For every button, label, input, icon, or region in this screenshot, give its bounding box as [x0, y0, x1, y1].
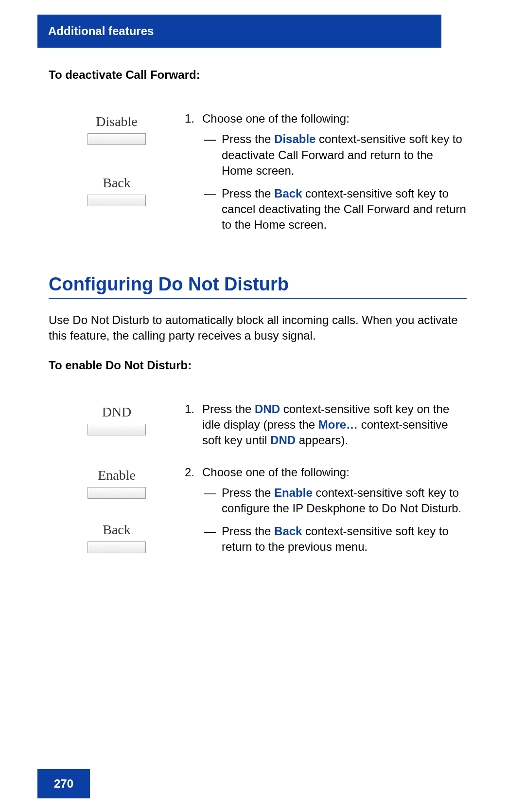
softkey-group-enable: Enable [88, 468, 146, 518]
step-lead-text: Choose one of the following: [202, 466, 350, 479]
intro-paragraph: Use Do Not Disturb to automatically bloc… [49, 312, 467, 344]
dash-icon: — [202, 485, 222, 501]
softkey-label-enable: Enable [98, 468, 136, 483]
softkey-button-dnd [88, 424, 146, 435]
dash-body: Press the Enable context-sensitive soft … [222, 485, 467, 517]
section-title-dnd: Configuring Do Not Disturb [49, 274, 467, 295]
keyword-disable: Disable [274, 132, 315, 145]
subhead-deactivate-call-forward: To deactivate Call Forward: [49, 68, 467, 82]
keyword-back: Back [274, 187, 302, 200]
dash-icon: — [202, 523, 222, 539]
step-row: Enable Back 2. Choose one of the followi… [49, 465, 467, 573]
ordered-list: 1. Choose one of the following: — Press … [185, 111, 467, 240]
softkey-group-back: Back [88, 522, 146, 573]
list-item: 1. Press the DND context-sensitive soft … [185, 401, 467, 449]
keyword-more: More… [318, 418, 358, 431]
dash-item: — Press the Back context-sensitive soft … [202, 523, 467, 555]
step-row: Disable Back 1. Choose one of the follow… [49, 111, 467, 245]
text-column: 2. Choose one of the following: — Press … [185, 465, 467, 567]
list-body: Choose one of the following: — Press the… [202, 111, 467, 240]
list-number: 1. [185, 401, 202, 417]
keyword-dnd: DND [270, 433, 296, 447]
softkey-label-disable: Disable [96, 114, 138, 129]
dash-icon: — [202, 186, 222, 201]
page-number: 270 [54, 777, 73, 791]
dash-body: Press the Disable context-sensitive soft… [222, 131, 467, 179]
softkeys-column: Disable Back [49, 111, 185, 226]
step-lead-text: Choose one of the following: [202, 112, 350, 125]
text-column: 1. Choose one of the following: — Press … [185, 111, 467, 245]
dash-body: Press the Back context-sensitive soft ke… [222, 523, 467, 555]
dash-icon: — [202, 131, 222, 147]
text-column: 1. Press the DND context-sensitive soft … [185, 401, 467, 453]
dash-list: — Press the Disable context-sensitive so… [202, 131, 467, 233]
list-body: Choose one of the following: — Press the… [202, 465, 467, 562]
section-rule [49, 298, 467, 299]
text-segment: Press the [222, 486, 274, 499]
dash-item: — Press the Back context-sensitive soft … [202, 186, 467, 233]
list-item: 1. Choose one of the following: — Press … [185, 111, 467, 240]
text-segment: appears). [296, 433, 348, 447]
ordered-list: 2. Choose one of the following: — Press … [185, 465, 467, 562]
softkey-group-disable: Disable [88, 114, 146, 164]
list-body: Press the DND context-sensitive soft key… [202, 401, 467, 449]
page-number-box: 270 [37, 769, 90, 798]
softkey-label-back: Back [103, 522, 131, 538]
header-bar: Additional features [37, 15, 441, 48]
softkey-label-back: Back [103, 175, 131, 191]
softkey-group-dnd: DND [88, 404, 146, 455]
softkey-button-back [88, 195, 146, 206]
text-segment: Press the [202, 402, 255, 415]
softkey-button-disable [88, 133, 146, 145]
softkey-button-enable [88, 487, 146, 499]
dash-list: — Press the Enable context-sensitive sof… [202, 485, 467, 555]
keyword-enable: Enable [274, 486, 313, 499]
page: Additional features To deactivate Call F… [0, 0, 525, 812]
dash-body: Press the Back context-sensitive soft ke… [222, 186, 467, 233]
text-segment: Press the [222, 187, 274, 200]
softkeys-column: DND [49, 401, 185, 455]
keyword-dnd: DND [255, 402, 280, 415]
softkey-label-dnd: DND [102, 404, 132, 420]
subhead-enable-dnd: To enable Do Not Disturb: [49, 359, 467, 372]
dash-item: — Press the Disable context-sensitive so… [202, 131, 467, 179]
ordered-list: 1. Press the DND context-sensitive soft … [185, 401, 467, 449]
header-title: Additional features [48, 24, 154, 38]
text-segment: Press the [222, 524, 274, 538]
softkey-group-back: Back [88, 175, 146, 226]
softkeys-column: Enable Back [49, 465, 185, 573]
keyword-back: Back [274, 524, 302, 538]
list-number: 2. [185, 465, 202, 480]
list-number: 1. [185, 111, 202, 126]
softkey-button-back [88, 541, 146, 553]
dash-item: — Press the Enable context-sensitive sof… [202, 485, 467, 517]
content-area: To deactivate Call Forward: Disable Back… [49, 59, 467, 582]
list-item: 2. Choose one of the following: — Press … [185, 465, 467, 562]
step-row: DND 1. Press the DND context-sensitive s… [49, 401, 467, 455]
text-segment: Press the [222, 132, 274, 145]
